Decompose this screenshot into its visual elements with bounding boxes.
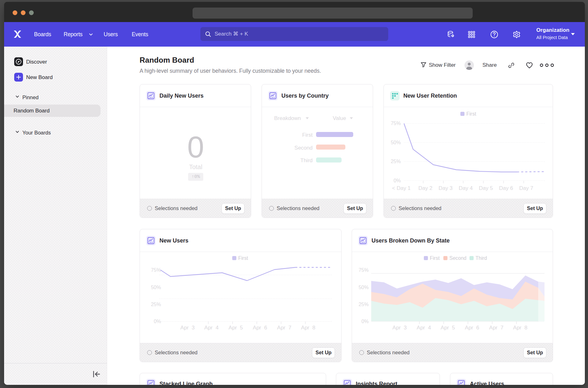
svg-text:Second: Second bbox=[449, 255, 466, 261]
svg-text:Apr 7: Apr 7 bbox=[277, 325, 291, 331]
svg-text:75%: 75% bbox=[391, 121, 401, 126]
svg-text:First: First bbox=[430, 255, 440, 261]
svg-text:Day 5: Day 5 bbox=[479, 185, 493, 191]
svg-text:Apr 5: Apr 5 bbox=[441, 325, 455, 331]
svg-text:50%: 50% bbox=[151, 285, 161, 290]
svg-text:Day 7: Day 7 bbox=[519, 185, 533, 191]
svg-text:Apr 6: Apr 6 bbox=[253, 325, 267, 331]
svg-text:Day 6: Day 6 bbox=[499, 185, 513, 191]
svg-text:Apr 6: Apr 6 bbox=[465, 325, 479, 331]
svg-text:Apr 8: Apr 8 bbox=[513, 325, 527, 331]
svg-text:75%: 75% bbox=[359, 267, 369, 273]
svg-text:50%: 50% bbox=[359, 285, 369, 290]
svg-text:Apr 3: Apr 3 bbox=[392, 325, 406, 331]
svg-text:0%: 0% bbox=[394, 178, 401, 183]
svg-text:75%: 75% bbox=[151, 267, 161, 273]
svg-text:Day 3: Day 3 bbox=[439, 185, 453, 191]
svg-text:Apr 4: Apr 4 bbox=[204, 325, 218, 331]
svg-text:Apr 8: Apr 8 bbox=[301, 325, 315, 331]
svg-text:Apr 4: Apr 4 bbox=[417, 325, 431, 331]
svg-text:< Day 1: < Day 1 bbox=[392, 185, 411, 191]
svg-text:Apr 7: Apr 7 bbox=[489, 325, 503, 331]
svg-text:50%: 50% bbox=[391, 140, 401, 145]
svg-text:Third: Third bbox=[476, 255, 487, 261]
svg-text:Apr 3: Apr 3 bbox=[180, 325, 194, 331]
svg-text:0%: 0% bbox=[361, 319, 369, 324]
svg-text:25%: 25% bbox=[151, 302, 161, 307]
svg-text:25%: 25% bbox=[359, 302, 369, 307]
svg-text:25%: 25% bbox=[391, 159, 401, 164]
svg-text:Day 2: Day 2 bbox=[418, 185, 432, 191]
svg-text:Day 4: Day 4 bbox=[459, 185, 473, 191]
svg-text:Apr 5: Apr 5 bbox=[228, 325, 243, 331]
svg-text:First: First bbox=[238, 255, 248, 261]
svg-text:First: First bbox=[466, 111, 476, 117]
